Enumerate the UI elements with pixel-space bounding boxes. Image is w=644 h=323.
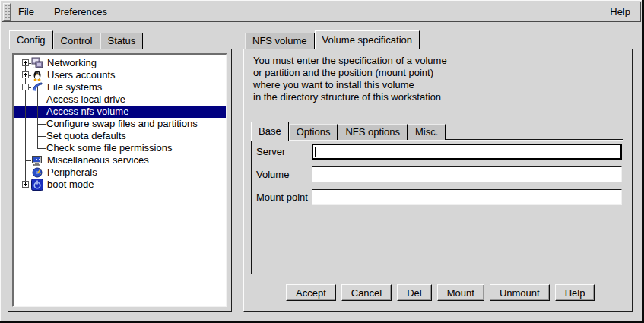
users-icon: [31, 69, 43, 81]
description-line: or partition and the position (mount poi…: [253, 67, 447, 79]
tree-branch-line: [37, 87, 38, 148]
left-tab-bar: ConfigControlStatus: [9, 29, 143, 49]
tree-item-label: Users accounts: [47, 69, 116, 81]
tree-item-label: Access nfs volume: [46, 106, 128, 118]
tab-base[interactable]: Base: [251, 122, 289, 141]
tree-item-label: Peripherals: [47, 166, 97, 179]
tree-item-label: Miscellaneous services: [47, 154, 149, 166]
peripherals-icon: [31, 166, 43, 179]
tree-item-check-some-file-permissions[interactable]: Check some file permissions: [14, 142, 226, 154]
config-panel: NetworkingUsers accountsFile systemsAcce…: [8, 49, 232, 312]
tab-config[interactable]: Config: [9, 30, 53, 49]
tree-connector-line: [37, 112, 46, 112]
menu-help[interactable]: Help: [600, 6, 640, 17]
menubar-grip-handle[interactable]: [3, 3, 11, 21]
bootmode-icon: [31, 179, 43, 191]
description-line: in the directory structure of this works…: [253, 91, 447, 103]
networking-icon: [31, 57, 43, 69]
tree-item-configure-swap-files-and-partitions[interactable]: Configure swap files and partitions: [14, 118, 226, 130]
volume-specification-panel: You must enter the specification of a vo…: [243, 49, 633, 312]
menu-bar: File Preferences Help: [2, 2, 641, 22]
unmount-button[interactable]: Unmount: [490, 284, 550, 301]
tab-nfs-volume[interactable]: NFS volume: [245, 33, 315, 49]
tree-expander-minus-icon[interactable]: [22, 84, 29, 90]
tree-connector-line: [37, 124, 46, 125]
action-button-row: AcceptCancelDelMountUnmountHelp: [286, 284, 595, 301]
menu-preferences[interactable]: Preferences: [44, 6, 117, 17]
tab-misc[interactable]: Misc.: [408, 124, 446, 140]
help-button[interactable]: Help: [555, 284, 595, 301]
tree-item-access-local-drive[interactable]: Access local drive: [14, 93, 226, 106]
config-tree: NetworkingUsers accountsFile systemsAcce…: [12, 53, 227, 307]
tree-item-label: Set quota defaults: [46, 130, 126, 142]
tree-item-miscellaneous-services[interactable]: Miscellaneous services: [14, 154, 226, 166]
tree-connector-line: [25, 173, 31, 173]
tree-item-users-accounts[interactable]: Users accounts: [14, 69, 226, 81]
server-label: Server: [256, 144, 285, 160]
tree-expander-plus-icon[interactable]: [22, 59, 29, 66]
mount-point-label: Mount point: [256, 189, 308, 205]
tree-item-set-quota-defaults[interactable]: Set quota defaults: [14, 130, 226, 142]
tree-expander-plus-icon[interactable]: [22, 181, 29, 188]
tree-item-label: Networking: [47, 57, 97, 69]
tree-item-label: File systems: [47, 81, 102, 93]
filesystems-icon: [31, 81, 43, 93]
services-icon: [31, 154, 43, 166]
del-button[interactable]: Del: [397, 284, 432, 301]
accept-button[interactable]: Accept: [286, 284, 336, 301]
tree-trunk-line: [25, 63, 26, 185]
tree-expander-plus-icon[interactable]: [22, 71, 29, 78]
tree-item-peripherals[interactable]: Peripherals: [14, 166, 226, 179]
tree-item-file-systems[interactable]: File systems: [14, 81, 226, 93]
description-text: You must enter the specification of a vo…: [253, 55, 447, 103]
tree-item-access-nfs-volume[interactable]: Access nfs volume: [14, 106, 226, 118]
tree-item-label: boot mode: [47, 179, 94, 191]
description-line: You must enter the specification of a vo…: [253, 55, 447, 67]
app-window: File Preferences Help ConfigControlStatu…: [0, 0, 644, 323]
menu-file[interactable]: File: [14, 6, 44, 17]
tab-volume-specification[interactable]: Volume specification: [315, 30, 420, 49]
mount-point-input[interactable]: [312, 189, 622, 205]
server-input[interactable]: [312, 144, 622, 160]
tree-connector-line: [25, 160, 31, 161]
tab-control[interactable]: Control: [53, 33, 100, 49]
tree-item-label: Access local drive: [46, 93, 125, 106]
mount-button[interactable]: Mount: [437, 284, 484, 301]
tree-connector-line: [37, 136, 46, 137]
tree-item-boot-mode[interactable]: boot mode: [14, 179, 226, 191]
tree-item-label: Configure swap files and partitions: [46, 118, 198, 130]
inner-tab-bar: BaseOptionsNFS optionsMisc.: [251, 120, 446, 140]
volume-label: Volume: [256, 166, 289, 182]
description-line: where you want to install this volume: [253, 79, 447, 91]
tree-item-label: Check some file permissions: [46, 142, 172, 154]
tab-status[interactable]: Status: [100, 33, 144, 49]
tab-nfs-options[interactable]: NFS options: [338, 124, 408, 140]
cancel-button[interactable]: Cancel: [341, 284, 392, 301]
base-tab-content: ServerVolumeMount point: [251, 139, 623, 274]
tree-connector-line: [37, 148, 46, 149]
right-tab-bar: NFS volumeVolume specification: [245, 29, 420, 49]
tree-connector-line: [37, 100, 46, 100]
tree-item-networking[interactable]: Networking: [14, 57, 226, 69]
tab-options[interactable]: Options: [289, 124, 338, 140]
volume-input[interactable]: [312, 166, 622, 182]
